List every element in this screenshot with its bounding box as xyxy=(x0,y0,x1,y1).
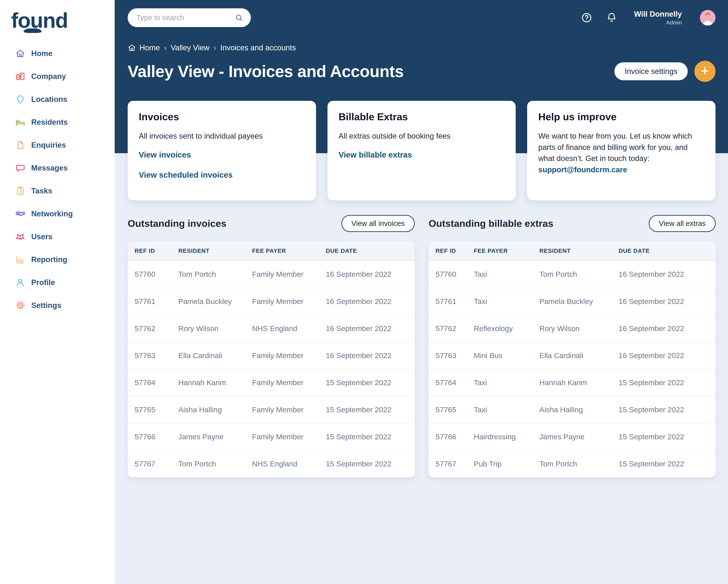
table-row[interactable]: 57767 Tom Portch NHS England 15 Septembe… xyxy=(128,450,415,477)
table-row[interactable]: 57760 Taxi Tom Portch 16 September 2022 xyxy=(428,261,716,288)
invoices-table: REF ID RESIDENT FEE PAYER DUE DATE 57760… xyxy=(128,242,415,477)
column-header-fee-payer: FEE PAYER xyxy=(474,247,540,254)
cell-resident: Pamela Buckley xyxy=(540,297,619,306)
user-block: Will Donnelly Admin xyxy=(634,10,682,26)
breadcrumb-item: Valley View xyxy=(171,43,209,52)
table-row[interactable]: 57767 Pub Trip Tom Portch 15 September 2… xyxy=(428,450,716,477)
cell-ref-id: 57764 xyxy=(135,378,178,387)
cell-due-date: 15 September 2022 xyxy=(619,433,709,441)
sidebar-item-label: Enquiries xyxy=(31,141,66,149)
logo-text: found xyxy=(11,8,68,32)
column-header-fee-payer: FEE PAYER xyxy=(252,247,326,254)
table-row[interactable]: 57761 Taxi Pamela Buckley 16 September 2… xyxy=(428,288,716,315)
sidebar: found Home Company Locations Resid xyxy=(0,0,115,584)
cell-due-date: 15 September 2022 xyxy=(326,405,408,414)
invoice-settings-button[interactable]: Invoice settings xyxy=(615,62,688,80)
table-row[interactable]: 57762 Rory Wilson NHS England 16 Septemb… xyxy=(128,315,415,342)
cell-resident: Rory Wilson xyxy=(540,324,619,333)
add-button[interactable]: + xyxy=(694,61,716,82)
view-all-invoices-button[interactable]: View all invoices xyxy=(341,215,415,232)
help-us-improve-card: Help us improve We want to hear from you… xyxy=(527,101,716,200)
cell-due-date: 15 September 2022 xyxy=(619,405,709,414)
cell-fee-payer: Family Member xyxy=(252,433,326,441)
card-title: Invoices xyxy=(139,111,305,123)
found-logo[interactable]: found xyxy=(11,10,74,32)
sidebar-item-label: Company xyxy=(31,72,66,81)
breadcrumb-current: Invoices and accounts xyxy=(220,43,296,52)
sidebar-item-networking[interactable]: Networking xyxy=(0,202,115,225)
cell-fee-payer: Family Member xyxy=(252,405,326,414)
sidebar-item-tasks[interactable]: Tasks xyxy=(0,179,115,202)
table-row[interactable]: 57762 Reflexology Rory Wilson 16 Septemb… xyxy=(428,315,716,342)
breadcrumb-separator: › xyxy=(164,43,166,52)
help-icon[interactable] xyxy=(581,12,592,23)
cell-ref-id: 57763 xyxy=(436,351,474,360)
table-row[interactable]: 57765 Taxi Aisha Halling 15 September 20… xyxy=(428,396,716,423)
sidebar-item-enquiries[interactable]: Enquiries xyxy=(0,134,115,156)
bell-icon[interactable] xyxy=(606,12,617,23)
cell-ref-id: 57760 xyxy=(135,270,178,278)
sidebar-item-messages[interactable]: Messages xyxy=(0,156,115,179)
page-title: Valley View - Invoices and Accounts xyxy=(128,62,404,81)
table-row[interactable]: 57763 Ella Cardinali Family Member 16 Se… xyxy=(128,342,415,369)
view-scheduled-invoices-link[interactable]: View scheduled invoices xyxy=(139,170,305,180)
section-header: Outstanding invoices View all invoices xyxy=(128,215,415,232)
cell-resident: Ella Cardinali xyxy=(540,351,619,360)
cell-resident: Ella Cardinali xyxy=(178,351,252,360)
view-billable-extras-link[interactable]: View billable extras xyxy=(339,150,505,159)
table-row[interactable]: 57765 Aisha Halling Family Member 15 Sep… xyxy=(128,396,415,423)
sidebar-item-users[interactable]: Users xyxy=(0,225,115,248)
sidebar-item-profile[interactable]: Profile xyxy=(0,271,115,294)
cell-fee-payer: Taxi xyxy=(474,297,540,306)
table-row[interactable]: 57766 Hairdressing James Payne 15 Septem… xyxy=(428,423,716,450)
bed-icon xyxy=(15,117,25,127)
cell-ref-id: 57760 xyxy=(436,270,474,278)
sidebar-nav: Home Company Locations Residents Enquiri xyxy=(0,42,115,317)
search-input[interactable] xyxy=(136,14,235,22)
logo-smile-shape xyxy=(24,28,42,33)
table-header-row: REF ID FEE PAYER RESIDENT DUE DATE xyxy=(428,242,716,261)
sidebar-item-locations[interactable]: Locations xyxy=(0,88,115,111)
table-row[interactable]: 57764 Hannah Karim Family Member 15 Sept… xyxy=(128,369,415,396)
card-description: All extras outside of booking fees xyxy=(339,130,505,142)
sidebar-item-company[interactable]: Company xyxy=(0,65,115,88)
cell-due-date: 15 September 2022 xyxy=(619,460,709,468)
table-row[interactable]: 57760 Tom Portch Family Member 16 Septem… xyxy=(128,261,415,288)
card-title: Help us improve xyxy=(538,111,704,123)
column-header-ref-id: REF ID xyxy=(135,247,178,254)
users-group-icon xyxy=(15,232,25,242)
breadcrumb: Home › Valley View › Invoices and accoun… xyxy=(128,43,716,52)
clipboard-icon xyxy=(15,186,25,196)
avatar[interactable] xyxy=(700,10,716,26)
support-email-link[interactable]: support@foundcrm.care xyxy=(538,166,627,174)
column-header-resident: RESIDENT xyxy=(178,247,252,254)
breadcrumb-item: Home xyxy=(139,43,160,52)
cell-ref-id: 57761 xyxy=(436,297,474,306)
cell-fee-payer: Taxi xyxy=(474,405,540,414)
cell-due-date: 15 September 2022 xyxy=(326,460,408,468)
cell-fee-payer: Family Member xyxy=(252,270,326,278)
chat-bubble-icon xyxy=(15,163,25,173)
sidebar-item-residents[interactable]: Residents xyxy=(0,111,115,134)
title-row: Valley View - Invoices and Accounts Invo… xyxy=(128,61,716,82)
sidebar-item-label: Profile xyxy=(31,278,55,287)
table-row[interactable]: 57764 Taxi Hannah Karim 15 September 202… xyxy=(428,369,716,396)
search-icon[interactable] xyxy=(235,14,243,22)
cell-ref-id: 57766 xyxy=(436,433,474,441)
cell-resident: Aisha Halling xyxy=(178,405,252,414)
view-all-extras-button[interactable]: View all extras xyxy=(649,215,716,232)
sidebar-item-label: Home xyxy=(31,49,52,58)
table-row[interactable]: 57763 Mini Bus Ella Cardinali 16 Septemb… xyxy=(428,342,716,369)
table-row[interactable]: 57766 James Payne Family Member 15 Septe… xyxy=(128,423,415,450)
breadcrumb-valley-view-link[interactable]: Valley View xyxy=(171,43,209,52)
handshake-icon xyxy=(15,209,25,219)
table-row[interactable]: 57761 Pamela Buckley Family Member 16 Se… xyxy=(128,288,415,315)
home-icon xyxy=(15,48,25,58)
column-header-due-date: DUE DATE xyxy=(619,247,709,254)
view-invoices-link[interactable]: View invoices xyxy=(139,150,305,159)
cell-due-date: 15 September 2022 xyxy=(619,378,709,387)
sidebar-item-home[interactable]: Home xyxy=(0,42,115,65)
breadcrumb-home-link[interactable]: Home xyxy=(128,43,160,52)
sidebar-item-reporting[interactable]: Reporting xyxy=(0,248,115,271)
sidebar-item-settings[interactable]: Settings xyxy=(0,294,115,317)
